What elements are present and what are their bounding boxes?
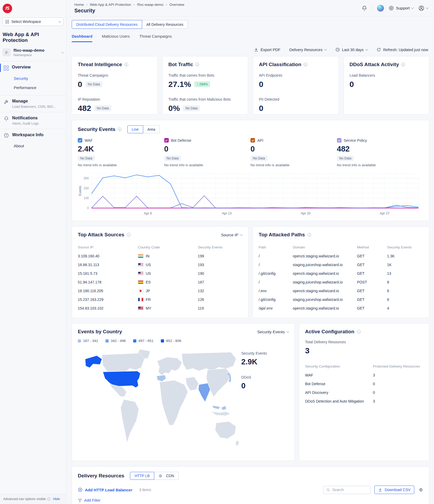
delivery-resources-dropdown[interactable]: Delivery Resources (289, 48, 326, 52)
content: Distributed Cloud Delivery Resources All… (66, 16, 434, 504)
breadcrumb-item[interactable]: Web App & API Protection (86, 2, 131, 7)
notifications-bell-icon[interactable] (361, 5, 367, 11)
table-row[interactable]: /.git/config staging.juiceshop.wafwizard… (259, 295, 423, 304)
toggle-all-delivery[interactable]: All Delivery Resources (142, 20, 188, 29)
breadcrumb-item[interactable]: Overview (166, 2, 184, 7)
series-checkbox[interactable] (164, 138, 169, 143)
gear-icon[interactable] (418, 487, 423, 492)
map-legend: 187 - 341342 - 496497 - 651652 - 806 (78, 339, 289, 343)
account-menu[interactable] (418, 5, 428, 11)
domain: staging.juiceshop.wafwizard.io (293, 263, 357, 267)
search-input[interactable] (332, 488, 364, 492)
breadcrumb-item[interactable]: f5xc-waap-demo (133, 2, 163, 7)
table-row[interactable]: /.env opencti.staging.wafwizard.io GET 6 (259, 286, 423, 295)
sidebar-item-workspace-info[interactable]: Workspace Info (0, 129, 66, 141)
info-icon[interactable] (124, 63, 128, 66)
no-data-badge: No Data (94, 105, 111, 111)
select-workspace-dropdown[interactable]: Select Workspace (3, 17, 64, 26)
legend-item: 187 - 341 (78, 339, 98, 343)
table-row[interactable]: 15.237.163.229 FR 126 (78, 295, 242, 304)
lb-cdn-toggle: HTTP LB CDN (130, 472, 179, 480)
trend-note: No trend info is available (164, 163, 251, 167)
breadcrumb-item[interactable]: Home (74, 3, 84, 7)
cdn-toggle[interactable]: CDN (154, 472, 179, 480)
trend-note: No trend info is available (250, 163, 337, 167)
sidebar-item-security[interactable]: Security (0, 74, 66, 83)
map-india (198, 383, 210, 402)
chevron-down-icon (411, 6, 414, 9)
panel-title: Events by Country (78, 329, 122, 335)
info-icon[interactable] (127, 233, 131, 237)
source-ip: 18.180.116.205 (78, 289, 138, 293)
tab[interactable]: Dashboard (72, 34, 92, 42)
table-row[interactable]: / staging.juiceshop.wafwizard.io GET 1K (259, 260, 423, 269)
table-row[interactable]: /api/.env opencti.staging.wafwizard.io G… (259, 304, 423, 312)
table-row[interactable]: 15.181.5.73 US 190 (78, 269, 242, 278)
table-row[interactable]: 18.180.116.205 JP 132 (78, 286, 242, 295)
map-indonesia (211, 412, 230, 416)
svg-text:Apr 27: Apr 27 (380, 212, 389, 215)
country-code: US (146, 271, 151, 276)
table-row[interactable]: / staging.juiceshop.wafwizard.io POST 8 (259, 278, 423, 286)
country-flag-icon (138, 280, 143, 284)
mode-area-button[interactable]: Area (143, 125, 160, 133)
table-row[interactable]: /.git/config opencti.staging.wafwizard.i… (259, 269, 423, 278)
download-icon (254, 47, 258, 52)
hide-link[interactable]: Hide (53, 497, 60, 501)
sidebar-item-notifications[interactable]: Notifications Alerts, Audit Logs (0, 112, 66, 129)
info-icon[interactable] (357, 330, 361, 334)
http-lb-toggle[interactable]: HTTP LB (130, 472, 154, 480)
export-pdf-button[interactable]: Export PDF (254, 47, 280, 52)
refresh-button[interactable]: Refresh: Updated just now (377, 47, 428, 52)
sidebar-item-overview[interactable]: Overview (0, 61, 66, 74)
svg-text:300: 300 (84, 177, 89, 180)
svg-text:Apr 6: Apr 6 (144, 212, 152, 215)
product-title: Web App & API Protection (0, 26, 66, 47)
table-row[interactable]: 51.94.147.178 ES 187 (78, 278, 242, 286)
info-icon[interactable] (118, 128, 122, 131)
table-row[interactable]: 154.83.103.102 MY 119 (78, 304, 242, 312)
country-code: MY (146, 306, 151, 310)
info-icon[interactable] (195, 63, 199, 66)
security-events-count: 132 (198, 289, 242, 293)
chevron-down-icon (365, 48, 368, 51)
sidebar-item-about[interactable]: About (0, 141, 66, 151)
info-icon[interactable] (307, 233, 311, 237)
series-checkbox[interactable] (78, 138, 82, 143)
toggle-distributed-cloud[interactable]: Distributed Cloud Delivery Resources (72, 20, 142, 29)
mode-line-button[interactable]: Line (127, 125, 143, 133)
search-box (323, 486, 371, 494)
tab[interactable]: Threat Campaigns (139, 34, 172, 42)
source-ip-dropdown[interactable]: Source IP (221, 233, 242, 237)
download-csv-button[interactable]: Download CSV (374, 486, 414, 494)
sidebar-item-performance[interactable]: Performance (0, 83, 66, 92)
series-label: WAF (85, 138, 93, 143)
series-checkbox[interactable] (250, 138, 255, 143)
info-icon[interactable] (304, 63, 307, 66)
table-row[interactable]: 18.88.31.113 US 193 (78, 260, 242, 269)
table-row[interactable]: / opencti.staging.wafwizard.io GET 1.3K (259, 252, 423, 260)
http-method: GET (357, 306, 387, 310)
series-checkbox[interactable] (337, 138, 341, 143)
sidebar-item-manage[interactable]: Manage Load Balancers, CDN, BIG... (0, 95, 66, 112)
country-flag-icon (138, 263, 143, 267)
f5-logo[interactable]: f5 (3, 4, 12, 13)
add-http-lb-button[interactable]: Add HTTP Load Balancer (78, 487, 132, 492)
add-filter-button[interactable]: Add Filter (78, 498, 423, 502)
legend-stat: Bot Defense 0 No Data No trend info is a… (164, 138, 251, 167)
http-method: GET (357, 263, 387, 267)
bell-icon (4, 116, 9, 121)
time-range-dropdown[interactable]: Last 30 days (335, 47, 368, 52)
legend-item: 497 - 651 (133, 339, 153, 343)
world-map[interactable] (78, 344, 241, 456)
namespace-selector[interactable]: F f5xc-waap-demo Namespace (0, 47, 66, 61)
tab[interactable]: Malicious Users (102, 34, 130, 42)
table-row[interactable]: 3.109.160.40 IN 199 (78, 252, 242, 260)
series-value: 0 (250, 145, 337, 153)
assistant-orb-icon[interactable] (377, 5, 384, 12)
no-data-badge: No Data (337, 156, 354, 161)
map-metric-dropdown[interactable]: Security Events (257, 330, 289, 334)
support-menu[interactable]: Support (389, 6, 413, 11)
info-icon[interactable] (401, 63, 405, 66)
source-ip: 15.237.163.229 (78, 297, 138, 302)
